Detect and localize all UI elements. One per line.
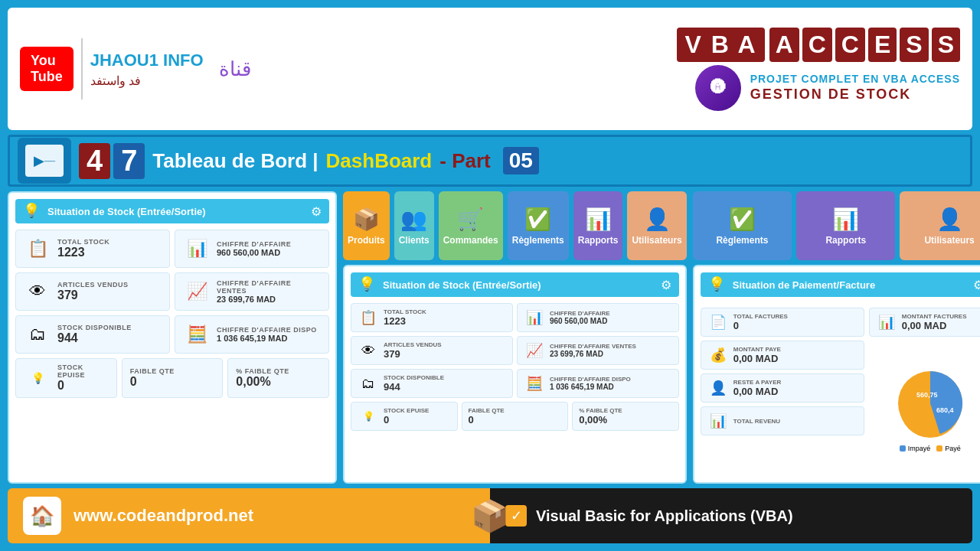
pie-chart-container: 560,75 680,4 Impayé — [869, 341, 980, 476]
app-frame: YouTube JHAOU1 INFO فد واستفد قناة V B A… — [0, 0, 980, 551]
mid-articles-value: 379 — [384, 348, 442, 360]
nav-reglements[interactable]: ✅ Règlements — [508, 191, 569, 260]
mid-faible-qte-label: FAIBLE QTE — [469, 407, 505, 414]
reste-payer-value: 0,00 MAD — [733, 386, 782, 397]
mid-stock-epuise-label: STOCK EPUISE — [384, 407, 429, 414]
mid-total-stock-text: TOTAL STOCK 1223 — [384, 308, 426, 327]
left-panel: 💡 Situation de Stock (Entrée/Sortie) ⚙ 📋… — [8, 191, 337, 484]
mid-articles-text: ARTICLES VENDUS 379 — [384, 341, 442, 360]
clients-label: Clients — [399, 235, 430, 246]
total-factures-text: TOTAL FACTURES 0 — [733, 313, 788, 331]
nav-buttons: 📦 Produits 👥 Clients 🛒 Commandes ✅ Règle… — [343, 191, 687, 260]
ep-num-05: 05 — [503, 147, 539, 174]
mid-stock-dispo-value: 944 — [384, 381, 444, 393]
mid-ca-dispo-icon: 🧮 — [524, 373, 545, 394]
ca-ventes-text: CHIFFRE D'AFFAIRE VENTES 23 699,76 MAD — [217, 279, 321, 304]
footer-box-icon: 📦 — [471, 498, 509, 534]
access-letters: A C C E S S — [769, 28, 960, 62]
nav-clients[interactable]: 👥 Clients — [394, 191, 434, 260]
stock-epuise-text: STOCK EPUISE 0 — [57, 364, 109, 393]
vba-access-title: V B A A C C E S S — [677, 28, 960, 62]
nav-commandes[interactable]: 🛒 Commandes — [439, 191, 503, 260]
reste-payer-label: RESTE A PAYER — [733, 379, 782, 386]
total-revenu-text: TOTAL REVENU — [733, 418, 780, 425]
pie-label-paye-text: Payé — [945, 445, 961, 452]
mid-total-stock-icon: 📋 — [358, 307, 379, 328]
pct-faible-text: % FAIBLE QTE 0,00% — [236, 367, 289, 389]
play-icon-box: ▶── — [18, 138, 71, 184]
right-reglements-label: Règlements — [716, 235, 768, 246]
commandes-icon: 🛒 — [457, 207, 484, 232]
middle-panel-title: Situation de Stock (Entrée/Sortie) — [383, 279, 541, 291]
mid-ca-text: CHIFFRE D'AFFAIRE 960 560,00 MAD — [550, 310, 610, 325]
right-settings-icon[interactable]: ⚙ — [973, 278, 980, 292]
mid-articles-label: ARTICLES VENDUS — [384, 341, 442, 348]
mid-stat-stock-dispo: 🗂 STOCK DISPONIBLE 944 — [351, 369, 513, 398]
right-nav-reglements[interactable]: ✅ Règlements — [693, 191, 792, 260]
youtube-badge: YouTube — [20, 47, 74, 91]
access-s: S — [900, 28, 928, 62]
faible-qte-text: FAIBLE QTE 0 — [130, 367, 175, 389]
stock-dispo-icon: 🗂 — [24, 321, 51, 348]
mid-stat-ca: 📊 CHIFFRE D'AFFAIRE 960 560,00 MAD — [517, 303, 679, 332]
nav-rapports[interactable]: 📊 Rapports — [573, 191, 623, 260]
mid-ca-value: 960 560,00 MAD — [550, 317, 610, 325]
reste-payer-text: RESTE A PAYER 0,00 MAD — [733, 379, 782, 397]
middle-settings-icon[interactable]: ⚙ — [661, 278, 671, 292]
channel-sub: فد واستفد — [90, 73, 204, 88]
montant-factures-icon: 📊 — [876, 311, 897, 333]
pie-labels: Impayé Payé — [900, 445, 961, 452]
pct-faible-value: 0,00% — [236, 375, 289, 389]
pie-dot-paye — [936, 445, 942, 452]
middle-panel-header-left: 💡 Situation de Stock (Entrée/Sortie) — [358, 276, 541, 294]
right-nav-utilisateurs[interactable]: 👤 Utilisateurs — [900, 191, 980, 260]
middle-panel-header: 💡 Situation de Stock (Entrée/Sortie) ⚙ — [351, 272, 679, 297]
produits-icon: 📦 — [353, 207, 380, 232]
montant-paye-icon: 💰 — [707, 344, 729, 366]
footer-vba-text: Visual Basic for Applications (VBA) — [536, 507, 793, 525]
right-nav-rapports[interactable]: 📊 Rapports — [796, 191, 895, 260]
episode-numbers: 4 7 — [79, 143, 145, 179]
right-bulb-icon: 💡 — [708, 276, 727, 294]
right-utilisateurs-label: Utilisateurs — [924, 235, 974, 246]
access-c2: C — [835, 28, 865, 62]
left-stats-grid: 📋 TOTAL STOCK 1223 📊 CHIFFRE D'AFFAIRE 9… — [15, 230, 329, 354]
nav-produits[interactable]: 📦 Produits — [343, 191, 390, 260]
faible-qte-label: FAIBLE QTE — [130, 367, 175, 375]
stat-total-factures: 📄 TOTAL FACTURES 0 — [701, 308, 864, 337]
mid-stock-dispo-label: STOCK DISPONIBLE — [384, 374, 444, 381]
mid-stock-dispo-text: STOCK DISPONIBLE 944 — [384, 374, 444, 393]
ca-icon: 📊 — [183, 235, 211, 262]
right-panel: ✅ Règlements 📊 Rapports 👤 Utilisateurs 💡 — [693, 191, 980, 484]
ca-label: CHIFFRE D'AFFAIRE — [217, 240, 291, 248]
mid-ca-label: CHIFFRE D'AFFAIRE — [550, 310, 610, 317]
commandes-label: Commandes — [443, 235, 498, 246]
mid-stat-ca-ventes: 📈 CHIFFRE D'AFFAIRE VENTES 23 699,76 MAD — [517, 336, 679, 365]
settings-icon[interactable]: ⚙ — [311, 204, 322, 219]
right-nav-buttons: ✅ Règlements 📊 Rapports 👤 Utilisateurs — [693, 191, 980, 260]
articles-icon: 👁 — [24, 278, 51, 305]
total-stock-icon: 📋 — [24, 235, 51, 262]
right-panel-header: 💡 Situation de Paiement/Facture ⚙ — [701, 272, 980, 297]
stat-ca: 📊 CHIFFRE D'AFFAIRE 960 560,00 MAD — [175, 230, 329, 268]
nav-utilisateurs[interactable]: 👤 Utilisateurs — [627, 191, 686, 260]
total-factures-icon: 📄 — [707, 311, 729, 333]
total-revenu-label: TOTAL REVENU — [733, 418, 780, 425]
left-panel-title: Situation de Stock (Entrée/Sortie) — [47, 206, 206, 217]
middle-panel: 📦 Produits 👥 Clients 🛒 Commandes ✅ Règle… — [343, 191, 687, 484]
left-bottom-row: 💡 STOCK EPUISE 0 FAIBLE QTE 0 % FAIBLE Q… — [15, 358, 329, 398]
mid-stock-epuise-text: STOCK EPUISE 0 — [384, 407, 429, 425]
mid-articles-icon: 👁 — [358, 340, 379, 361]
mid-stock-epuise-icon: 💡 — [358, 406, 379, 427]
mid-pct-faible-value: 0,00% — [579, 414, 622, 425]
access-s2: S — [932, 28, 960, 62]
rapports-label: Rapports — [578, 235, 619, 246]
ca-ventes-icon: 📈 — [183, 278, 211, 305]
mid-faible-qte-text: FAIBLE QTE 0 — [469, 407, 505, 425]
stat-montant-paye: 💰 MONTANT PAYE 0,00 MAD — [701, 341, 864, 370]
pct-faible-label: % FAIBLE QTE — [236, 367, 289, 375]
reglements-icon: ✅ — [524, 207, 551, 232]
right-rapports-label: Rapports — [825, 235, 866, 246]
access-c1: C — [802, 28, 832, 62]
total-stock-text: TOTAL STOCK 1223 — [57, 238, 109, 259]
